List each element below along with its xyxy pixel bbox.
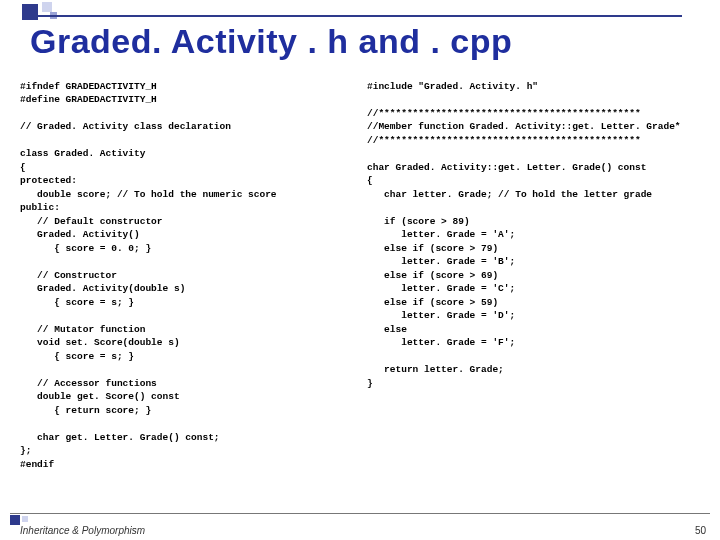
header-decoration <box>0 0 90 24</box>
decor-line <box>10 513 710 514</box>
decor-line <box>22 15 682 17</box>
decor-square <box>22 516 28 522</box>
footer-topic: Inheritance & Polymorphism <box>20 525 145 536</box>
code-columns: #ifndef GRADEDACTIVITY_H #define GRADEDA… <box>20 80 708 471</box>
slide-number: 50 <box>695 525 706 536</box>
decor-square <box>22 4 38 20</box>
code-right-cpp-file: #include "Graded. Activity. h" //*******… <box>367 80 708 471</box>
code-left-header-file: #ifndef GRADEDACTIVITY_H #define GRADEDA… <box>20 80 361 471</box>
decor-square <box>42 2 52 12</box>
slide-title: Graded. Activity . h and . cpp <box>30 22 512 61</box>
decor-square <box>10 515 20 525</box>
